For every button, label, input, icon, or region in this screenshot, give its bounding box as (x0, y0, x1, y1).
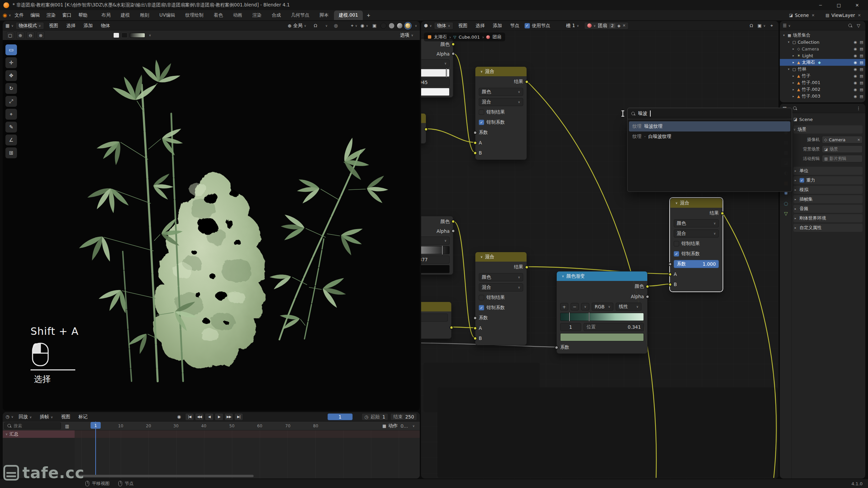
workspace-tab-layout[interactable]: 布局 (97, 11, 115, 20)
ramp-specials-button[interactable]: ∨ (581, 303, 589, 310)
camera-field[interactable]: ◇Camera✕ (822, 136, 863, 143)
playhead-line[interactable] (95, 422, 96, 475)
clamp-factor-toggle[interactable]: ✓钳制系数 (674, 250, 719, 258)
output-socket[interactable] (424, 127, 428, 131)
node-menu-view[interactable]: 视图 (455, 22, 471, 29)
output-socket-alpha[interactable] (646, 295, 649, 299)
output-socket-color[interactable] (646, 285, 649, 288)
viewport-menu-add[interactable]: 添加 (81, 22, 96, 29)
factor-socket[interactable] (668, 262, 672, 266)
background-scene-field[interactable]: ◪场景 (822, 145, 863, 153)
gradient-strip[interactable] (130, 33, 145, 38)
panel-simulation[interactable]: ▸模拟 (793, 186, 863, 194)
tool-add-cube[interactable]: ⊞ (5, 147, 17, 158)
channel-search-field[interactable] (4, 422, 61, 429)
panel-custom-properties[interactable]: ▸自定义属性 (793, 224, 863, 232)
workspace-tab-texpaint[interactable]: 纹理绘制 (180, 11, 208, 20)
minimize-button[interactable]: ─ (813, 0, 828, 10)
workspace-tab-sculpting[interactable]: 雕刻 (135, 11, 154, 20)
editor-type-outliner-icon[interactable]: ☰∨ (783, 22, 791, 29)
clamp-result-toggle[interactable]: 钳制结果 (479, 108, 523, 116)
add-workspace-button[interactable]: + (363, 12, 373, 19)
interpolation-dropdown[interactable]: 线性∨ (616, 303, 642, 311)
color-swatch-primary[interactable] (113, 33, 119, 38)
summary-channel-row[interactable]: ∨汇总 (3, 430, 75, 438)
outliner-row-bamboo-002[interactable]: ▸▲竹子.002◉▤ (780, 86, 865, 93)
xray-toggle-icon[interactable]: ▣ (370, 22, 378, 29)
current-frame-field[interactable]: 1 (328, 413, 353, 420)
output-socket[interactable] (450, 326, 453, 329)
ramp-gradient[interactable] (560, 313, 644, 321)
interpolation-dropdown[interactable]: 线性∨ (421, 59, 450, 67)
render-visibility-icon[interactable]: ▤ (860, 54, 863, 58)
editor-type-timeline-icon[interactable]: ◷∨ (5, 413, 14, 421)
a-socket[interactable] (473, 326, 477, 330)
viewlayer-unlink-icon[interactable]: ✕ (858, 13, 861, 18)
timeline-menu-playback[interactable]: 回放∨ (16, 413, 35, 421)
properties-search-icon[interactable] (793, 106, 797, 110)
menu-edit[interactable]: 编辑 (27, 12, 43, 19)
hide-icon[interactable]: ◉ (854, 74, 857, 78)
render-visibility-icon[interactable]: ▤ (860, 60, 863, 65)
jump-start-button[interactable]: |◀ (185, 413, 194, 421)
result-socket[interactable] (721, 211, 724, 215)
tool-scale[interactable]: ⤢ (5, 96, 17, 107)
workspace-tab-shading[interactable]: 着色 (209, 11, 228, 20)
blend-mode-dropdown[interactable]: 混合∨ (479, 98, 523, 106)
outliner-search-icon[interactable] (848, 23, 852, 28)
frame-start-field[interactable]: ◷起始1 (361, 413, 388, 421)
output-socket-alpha[interactable] (451, 229, 455, 233)
clamp-factor-toggle[interactable]: ✓钳制系数 (479, 118, 523, 126)
proportional-edit-icon[interactable]: ◎ (332, 22, 340, 29)
jump-end-button[interactable]: ▶| (234, 413, 243, 421)
prev-keyframe-button[interactable]: ◀◀ (195, 413, 204, 421)
node-cut-left-2[interactable]: ∨ (421, 302, 452, 339)
select-mode-subtract-icon[interactable]: ⊖ (26, 32, 35, 39)
gizmo-toggle-icon[interactable]: ⌖∨ (350, 22, 358, 29)
overlays-toggle-icon[interactable]: ◉∨ (360, 22, 368, 29)
playhead-badge[interactable]: 1 (91, 422, 101, 429)
hide-icon[interactable]: ◉ (854, 81, 857, 85)
b-socket[interactable] (473, 337, 477, 340)
ramp-gradient[interactable] (421, 69, 450, 77)
timeline-menu-keying[interactable]: 插帧∨ (37, 413, 56, 421)
menu-file[interactable]: 文件 (12, 12, 27, 19)
options-dropdown[interactable]: 选项∨ (397, 32, 416, 39)
node-menu-node[interactable]: 节点 (507, 22, 522, 29)
workspace-tab-compositing[interactable]: 合成 (267, 11, 285, 20)
select-mode-invert-icon[interactable]: ⊗ (37, 32, 45, 39)
render-visibility-icon[interactable]: ▤ (860, 94, 863, 99)
node-menu-add[interactable]: 添加 (490, 22, 505, 29)
search-result-white-noise-texture[interactable]: 纹理 · 白噪波纹理 (629, 131, 790, 142)
scene-selector[interactable]: ◪ Scene ✕ (786, 12, 818, 19)
mix-node-2[interactable]: ∨混合 结果 颜色∨ 混合∨ 钳制结果 ✓钳制系数 系数 A B (475, 252, 527, 345)
material-selector[interactable]: ∨ 团扇 2 ◈ ✕ (584, 22, 629, 29)
ramp-gradient[interactable] (421, 246, 450, 254)
blender-menu-icon[interactable]: ◉∨ (3, 12, 11, 19)
props-tab-data-icon[interactable]: ▽ (781, 209, 791, 218)
factor-slider[interactable]: 系数1.000 (674, 260, 719, 268)
slot-dropdown[interactable]: 槽 1∨ (563, 22, 582, 29)
frame-end-field[interactable]: 结束250 (390, 413, 417, 421)
viewport-menu-select[interactable]: 选择 (63, 22, 79, 29)
tool-move[interactable]: ✥ (5, 70, 17, 81)
outliner-filter-icon[interactable]: ▽ (854, 22, 863, 29)
play-reverse-button[interactable]: ◀ (205, 413, 214, 421)
panel-rigid-body-world[interactable]: ▸刚体世界环境 (793, 214, 863, 222)
search-result-noise-texture[interactable]: 纹理 噪波纹理 (629, 121, 790, 131)
editor-type-shader-icon[interactable]: ⬢∨ (424, 22, 432, 29)
color-swatch-secondary[interactable] (121, 33, 127, 38)
viewlayer-selector[interactable]: ▤ ViewLayer ✕ (823, 12, 864, 19)
interpolation-dropdown[interactable]: 线性∨ (421, 237, 450, 245)
outliner-row-taihu-stone[interactable]: ▸▲太湖石◆◉▤ (780, 59, 865, 66)
output-socket-color[interactable] (451, 220, 455, 223)
mix-node-1[interactable]: ∨混合 结果 颜色∨ 混合∨ 钳制结果 ✓钳制系数 系数 A B (475, 66, 527, 160)
workspace-tab-modeling-001[interactable]: 建模.001 (334, 11, 363, 20)
hide-icon[interactable]: ◉ (854, 67, 857, 72)
render-visibility-icon[interactable]: ▤ (860, 67, 863, 72)
render-visibility-icon[interactable]: ▤ (860, 47, 863, 51)
clamp-result-toggle[interactable]: 钳制结果 (674, 240, 719, 248)
snap-target-dropdown[interactable]: ∨ (321, 22, 330, 29)
fake-user-shield-icon[interactable]: ◈ (617, 23, 620, 28)
properties-options-icon[interactable]: ⋮ (854, 105, 863, 112)
